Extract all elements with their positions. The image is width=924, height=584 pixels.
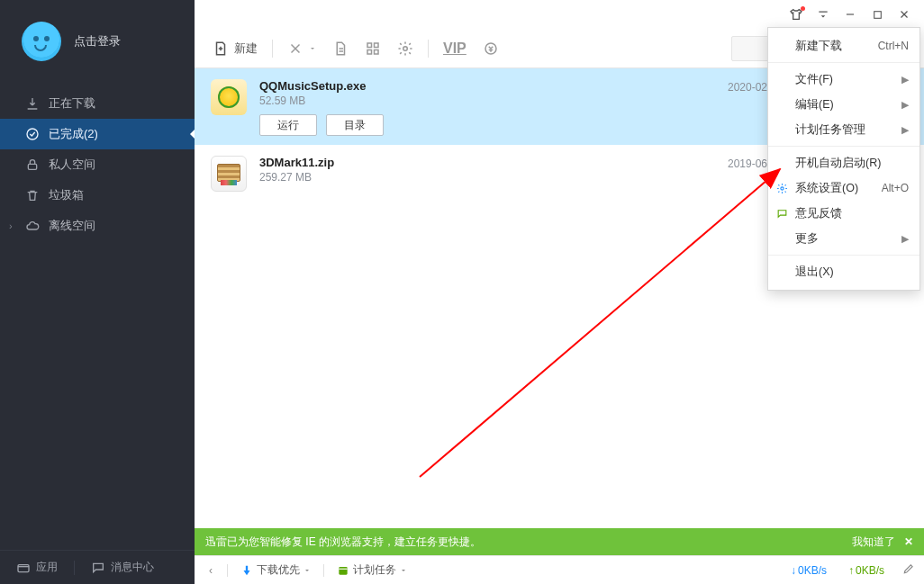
gear-icon <box>775 182 788 194</box>
pencil-icon <box>902 562 915 575</box>
sidebar: 点击登录 正在下载 已完成(2) 私人空间 <box>0 0 195 584</box>
maximize-icon <box>872 9 883 21</box>
vip-button[interactable]: VIP <box>438 37 472 60</box>
minimize-button[interactable] <box>838 3 863 26</box>
menu-separator <box>768 255 919 256</box>
file-name: QQMusicSetup.exe <box>259 79 715 93</box>
chevron-right-icon: › <box>9 220 13 231</box>
sidebar-item-private[interactable]: 私人空间 <box>0 149 195 180</box>
file-meta: 3DMark11.zip 259.27 MB <box>259 156 715 184</box>
lock-icon <box>25 157 40 172</box>
check-circle-icon <box>25 127 40 141</box>
grid-button[interactable] <box>359 37 386 60</box>
vip-icon: VIP <box>443 40 467 57</box>
divider <box>74 561 75 575</box>
sidebar-item-label: 垃圾箱 <box>49 187 84 203</box>
open-file-button[interactable] <box>327 37 354 60</box>
maximize-button[interactable] <box>865 3 890 26</box>
edit-speed-button[interactable] <box>902 562 915 578</box>
sidebar-item-trash[interactable]: 垃圾箱 <box>0 180 195 211</box>
upload-speed: 0KB/s <box>848 564 884 577</box>
svg-point-13 <box>403 46 408 50</box>
menu-item-new-download[interactable]: 新建下载 Ctrl+N <box>768 33 919 58</box>
svg-rect-9 <box>367 43 372 48</box>
status-bar: ‹ 下载优先 计划任务 0KB/s 0KB/s <box>195 555 924 584</box>
svg-point-16 <box>780 186 783 189</box>
coin-icon <box>483 40 499 57</box>
menu-item-more[interactable]: 更多 ▶ <box>768 226 919 251</box>
svg-rect-1 <box>28 164 36 169</box>
menu-item-settings[interactable]: 系统设置(O) Alt+O <box>768 175 919 201</box>
download-icon <box>25 96 40 111</box>
sidebar-item-label: 私人空间 <box>49 157 95 173</box>
chevron-right-icon: ▶ <box>901 99 909 111</box>
sidebar-item-label: 离线空间 <box>49 218 95 234</box>
apps-icon <box>16 561 31 575</box>
tshirt-icon <box>789 7 803 22</box>
open-folder-button[interactable]: 目录 <box>326 114 384 136</box>
notice-text: 迅雷已为您智能修复 IE 的浏览器支持，建立任务更快捷。 <box>205 535 852 550</box>
separator <box>227 564 228 577</box>
priority-icon <box>240 564 253 577</box>
notice-ok-button[interactable]: 我知道了 <box>852 535 895 550</box>
close-button[interactable] <box>892 3 917 26</box>
menu-separator <box>768 62 919 63</box>
chevron-right-icon: ▶ <box>901 124 909 136</box>
close-icon <box>898 8 910 21</box>
sidebar-item-label: 已完成(2) <box>49 126 98 142</box>
trash-icon <box>25 188 40 202</box>
file-meta: QQMusicSetup.exe 52.59 MB 运行 目录 <box>259 79 715 136</box>
svg-rect-10 <box>375 43 379 48</box>
skin-button[interactable] <box>784 3 809 26</box>
file-type-icon <box>211 156 247 192</box>
minimize-icon <box>844 8 856 21</box>
download-speed: 0KB/s <box>791 564 827 577</box>
menu-separator <box>768 146 919 147</box>
sidebar-nav: 正在下载 已完成(2) 私人空间 垃圾箱 › <box>0 88 195 241</box>
grid-icon <box>365 40 381 57</box>
sidebar-item-completed[interactable]: 已完成(2) <box>0 119 195 149</box>
file-name: 3DMark11.zip <box>259 156 715 169</box>
settings-toolbar-button[interactable] <box>392 37 419 60</box>
sidebar-item-offline[interactable]: › 离线空间 <box>0 211 195 241</box>
gear-icon <box>397 40 413 57</box>
menu-item-schedule[interactable]: 计划任务管理 ▶ <box>768 117 919 142</box>
chevron-down-icon <box>303 567 311 574</box>
cloud-icon <box>25 219 40 233</box>
download-priority-button[interactable]: 下载优先 <box>237 562 314 578</box>
menu-item-exit[interactable]: 退出(X) <box>768 259 919 284</box>
new-file-icon <box>213 40 229 57</box>
menu-arrow-icon <box>817 8 829 21</box>
menu-item-file[interactable]: 文件(F) ▶ <box>768 67 919 92</box>
notice-bar: 迅雷已为您智能修复 IE 的浏览器支持，建立任务更快捷。 我知道了 ✕ <box>195 528 924 555</box>
new-task-button[interactable]: 新建 <box>207 37 263 60</box>
coin-button[interactable] <box>477 37 504 60</box>
svg-rect-12 <box>375 49 379 54</box>
chat-icon <box>91 561 105 575</box>
delete-button[interactable] <box>282 37 322 60</box>
menu-dropdown-button[interactable] <box>811 3 836 26</box>
svg-rect-2 <box>18 564 29 571</box>
menu-item-autostart[interactable]: 开机自动启动(R) <box>768 150 919 175</box>
notice-close-button[interactable]: ✕ <box>904 535 913 548</box>
status-prev-button[interactable]: ‹ <box>204 563 218 578</box>
sidebar-messages-button[interactable]: 消息中心 <box>91 560 154 575</box>
scheduled-tasks-button[interactable]: 计划任务 <box>333 562 411 578</box>
sidebar-header[interactable]: 点击登录 <box>0 0 195 83</box>
sidebar-bottom: 应用 消息中心 <box>0 550 195 584</box>
svg-point-0 <box>27 129 38 139</box>
login-text[interactable]: 点击登录 <box>74 33 121 49</box>
menu-item-feedback[interactable]: 意见反馈 <box>768 201 919 226</box>
main-menu-dropdown: 新建下载 Ctrl+N 文件(F) ▶ 编辑(E) ▶ 计划任务管理 ▶ 开机自… <box>767 27 920 291</box>
run-button[interactable]: 运行 <box>259 114 317 136</box>
chevron-down-icon <box>309 45 316 52</box>
sidebar-item-downloading[interactable]: 正在下载 <box>0 88 195 119</box>
chevron-down-icon <box>400 567 407 574</box>
svg-rect-4 <box>874 11 881 18</box>
file-icon <box>332 40 349 57</box>
svg-rect-11 <box>367 49 372 54</box>
svg-rect-15 <box>339 566 347 574</box>
menu-item-edit[interactable]: 编辑(E) ▶ <box>768 92 919 117</box>
sidebar-apps-button[interactable]: 应用 <box>16 560 58 575</box>
avatar[interactable] <box>22 22 61 61</box>
